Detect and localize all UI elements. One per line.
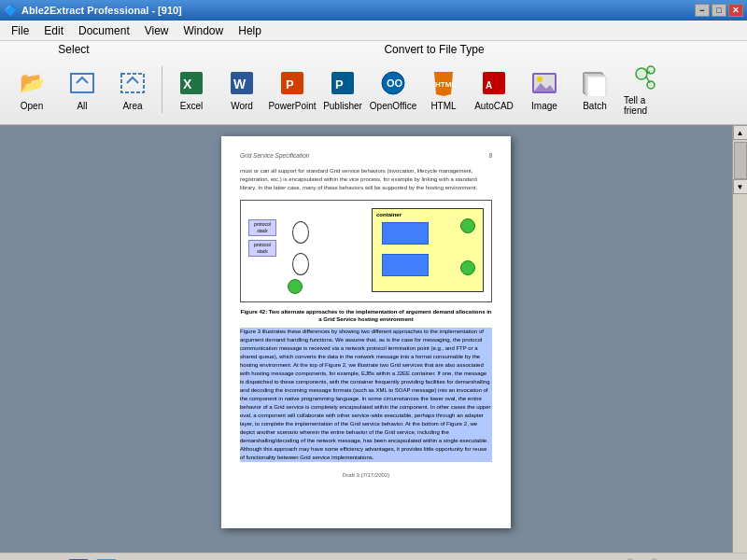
area-label: Area — [122, 101, 142, 111]
publisher-label: Publisher — [323, 101, 362, 111]
title-bar-text: Able2Extract Professional - [910] — [21, 5, 182, 16]
word-icon: W — [227, 68, 257, 98]
word-label: Word — [231, 101, 253, 111]
document-area[interactable]: Grid Service Specification 8 must or can… — [0, 125, 732, 553]
image-button[interactable]: Image — [520, 63, 569, 116]
app-icon: 🔷 — [4, 4, 18, 17]
svg-point-22 — [636, 68, 647, 79]
publisher-icon: P — [328, 68, 358, 98]
status-bar: 8.5 x 11 in f t ⏮ ◀ 8 / 47 ▶ ⏭ ↻ 🔍− 🔍+ F… — [0, 553, 747, 560]
batch-icon — [580, 68, 610, 98]
open-button[interactable]: 📂 Open — [7, 63, 56, 116]
green-circle-2 — [460, 260, 475, 275]
blue-box-1 — [382, 222, 429, 245]
excel-icon: X — [176, 68, 206, 98]
svg-rect-21 — [587, 77, 606, 96]
openoffice-label: OpenOffice — [370, 101, 416, 111]
excel-label: Excel — [180, 101, 203, 111]
open-icon: 📂 — [17, 68, 47, 98]
ppt-button[interactable]: P PowerPoint — [268, 63, 317, 116]
autocad-icon: A — [479, 68, 509, 98]
tell-a-friend-icon — [630, 63, 660, 92]
html-label: HTML — [430, 101, 456, 111]
restore-button[interactable]: □ — [712, 4, 726, 17]
green-circle-1 — [460, 218, 475, 233]
ppt-label: PowerPoint — [268, 101, 316, 111]
page-body-text: must or can all support for standard Gri… — [240, 167, 492, 192]
page-header: Grid Service Specification 8 — [240, 151, 492, 160]
openoffice-button[interactable]: OO OpenOffice — [369, 63, 417, 116]
svg-text:A: A — [486, 80, 492, 91]
close-button[interactable]: ✕ — [728, 4, 743, 17]
menu-file[interactable]: File — [4, 22, 36, 39]
html-button[interactable]: HTML HTML — [419, 63, 468, 116]
batch-button[interactable]: Batch — [571, 63, 619, 116]
title-bar-controls: − □ ✕ — [695, 4, 743, 17]
svg-point-25 — [647, 81, 655, 89]
svg-text:W: W — [233, 77, 247, 91]
oval-2 — [292, 253, 309, 275]
autocad-button[interactable]: A AutoCAD — [470, 63, 518, 116]
image-icon — [529, 68, 559, 98]
toolbar-buttons: 📂 Open All Area — [4, 56, 743, 122]
figure-caption: Figure 42: Two alternate approaches to t… — [240, 308, 492, 324]
all-button[interactable]: All — [58, 63, 106, 116]
svg-point-17 — [537, 77, 543, 82]
menu-edit[interactable]: Edit — [36, 22, 71, 39]
svg-text:P: P — [335, 77, 344, 91]
select-section-label: Select — [13, 43, 134, 56]
image-label: Image — [531, 101, 557, 111]
page-footer: Draft 3 (7/17/2002) — [240, 471, 492, 479]
page-header-number: 8 — [488, 151, 492, 160]
main-content: Grid Service Specification 8 must or can… — [0, 125, 747, 553]
proto-item-1: protocol stack — [248, 219, 276, 236]
all-icon — [67, 68, 97, 98]
openoffice-icon: OO — [378, 68, 408, 98]
all-label: All — [77, 101, 87, 111]
batch-label: Batch — [583, 101, 607, 111]
scroll-down-button[interactable]: ▼ — [733, 179, 748, 194]
scroll-up-button[interactable]: ▲ — [733, 125, 748, 140]
page-header-title: Grid Service Specification — [240, 151, 309, 160]
title-bar-left: 🔷 Able2Extract Professional - [910] — [4, 4, 182, 17]
svg-text:HTML: HTML — [435, 80, 456, 89]
container-box: container — [372, 208, 484, 292]
word-button[interactable]: W Word — [218, 63, 266, 116]
highlighted-paragraph: Figure 3 illustrates these differences b… — [240, 328, 492, 462]
vertical-scrollbar[interactable]: ▲ ▼ — [732, 125, 747, 553]
convert-section-label: Convert to File Type — [134, 43, 734, 56]
area-button[interactable]: Area — [108, 63, 157, 116]
title-bar: 🔷 Able2Extract Professional - [910] − □ … — [0, 0, 747, 21]
toolbar-separator-1 — [162, 66, 162, 113]
menu-document[interactable]: Document — [71, 22, 137, 39]
open-label: Open — [21, 101, 43, 111]
tell-a-friend-label: Tell a friend — [624, 95, 667, 116]
menu-view[interactable]: View — [137, 22, 176, 39]
minimize-button[interactable]: − — [695, 4, 710, 17]
green-circle-bottom — [288, 279, 303, 294]
svg-text:P: P — [286, 77, 294, 91]
container-label: container — [376, 211, 402, 218]
protocol-left: protocol stack protocol stack — [248, 219, 276, 257]
proto-item-2: protocol stack — [248, 240, 276, 257]
publisher-button[interactable]: P Publisher — [318, 63, 367, 116]
menu-help[interactable]: Help — [231, 22, 269, 39]
menu-window[interactable]: Window — [176, 22, 232, 39]
ppt-icon: P — [277, 68, 307, 98]
area-icon — [118, 68, 148, 98]
tell-a-friend-button[interactable]: Tell a friend — [621, 58, 669, 120]
html-icon: HTML — [429, 68, 458, 98]
menu-bar: File Edit Document View Window Help — [0, 21, 747, 41]
document-page: Grid Service Specification 8 must or can… — [221, 136, 511, 528]
svg-text:OO: OO — [387, 77, 403, 89]
scroll-thumb[interactable] — [734, 142, 747, 179]
toolbar-labels: Select Convert to File Type — [4, 43, 743, 56]
excel-button[interactable]: X Excel — [167, 63, 216, 116]
svg-text:X: X — [183, 77, 192, 91]
blue-box-2 — [382, 254, 429, 276]
svg-line-24 — [646, 72, 650, 73]
oval-1 — [292, 221, 309, 244]
toolbar: Select Convert to File Type 📂 Open All — [0, 41, 747, 125]
diagram: container protocol stack protocol stack — [240, 200, 492, 302]
autocad-label: AutoCAD — [474, 101, 514, 111]
